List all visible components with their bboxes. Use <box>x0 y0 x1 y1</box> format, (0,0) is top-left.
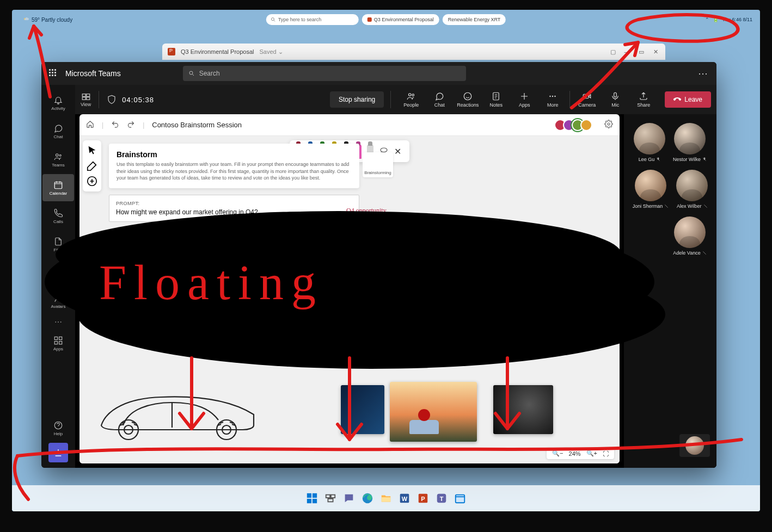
leave-button[interactable]: Leave <box>665 91 711 108</box>
photo-1[interactable] <box>341 385 384 434</box>
os-system-tray[interactable]: ⌃🔋 Thu 6:46 8/11 <box>705 17 752 22</box>
ppt-minimize-icon[interactable]: — <box>623 47 632 56</box>
svg-point-7 <box>54 266 62 274</box>
edge-icon[interactable] <box>360 491 375 505</box>
svg-point-23 <box>552 96 553 97</box>
svg-rect-9 <box>54 337 57 339</box>
os-search-pill-1[interactable]: Q3 Environmental Proposal <box>362 14 439 25</box>
powerpoint-taskbar-icon[interactable]: P <box>416 491 430 505</box>
photo-3[interactable] <box>493 385 553 434</box>
explorer-icon[interactable] <box>379 491 393 505</box>
camera-button[interactable]: Camera <box>573 87 601 112</box>
shield-icon[interactable] <box>107 95 117 104</box>
svg-rect-17 <box>86 97 89 100</box>
people-button[interactable]: People <box>397 87 425 112</box>
meeting-chat-button[interactable]: Chat <box>426 87 453 112</box>
undo-icon[interactable] <box>111 120 119 130</box>
weather-text: 59° Partly cloudy <box>32 17 72 23</box>
windows-taskbar[interactable]: W P T <box>12 485 760 511</box>
participant-tile[interactable]: Lee Gu <box>634 123 665 162</box>
reactions-button[interactable]: Reactions <box>454 87 481 112</box>
powerpoint-icon <box>168 48 175 55</box>
sticky-note[interactable]: Improve our supply chain to lower delive… <box>236 230 274 256</box>
annotation-text: Floating <box>99 255 323 311</box>
pen-tool-icon[interactable] <box>86 160 98 172</box>
svg-rect-49 <box>456 495 465 503</box>
ppt-save-state[interactable]: Saved ⌄ <box>260 48 283 55</box>
teams-app-title: Microsoft Teams <box>65 69 121 78</box>
whiteboard-title[interactable]: Contoso Brainstorm Session <box>152 121 242 129</box>
svg-point-29 <box>381 148 387 152</box>
word-icon[interactable]: W <box>397 491 412 505</box>
teams-search[interactable]: Search <box>183 66 466 81</box>
rail-help[interactable]: Help <box>42 415 74 442</box>
brainstorm-desc: Use this template to easily brainstorm w… <box>117 161 352 182</box>
rail-files[interactable]: Files <box>42 231 74 258</box>
notes-button[interactable]: Notes <box>482 87 510 112</box>
calendar-taskbar-icon[interactable] <box>453 491 467 505</box>
brainstorm-card[interactable]: Brainstorm Use this template to easily b… <box>109 144 359 188</box>
taskbar-chat-icon[interactable] <box>342 491 356 505</box>
photo-2[interactable] <box>390 382 477 442</box>
participant-tile[interactable]: Alex Wilber <box>676 170 708 209</box>
rail-apps[interactable]: Apps <box>42 330 74 357</box>
powerpoint-titlebar[interactable]: Q3 Environmental Proposal Saved ⌄ ▢ — ▭ … <box>162 44 665 60</box>
ppt-close-icon[interactable]: ✕ <box>651 47 660 56</box>
meeting-more-button[interactable]: More <box>539 87 566 112</box>
os-top-bar: 59° Partly cloudy Type here to search Q3… <box>12 13 760 26</box>
svg-rect-42 <box>382 497 391 502</box>
svg-rect-34 <box>307 493 311 498</box>
rail-download[interactable] <box>48 443 68 462</box>
self-video-tile[interactable] <box>679 434 710 457</box>
prompt-label: PROMPT: <box>116 201 352 206</box>
svg-point-18 <box>409 94 412 96</box>
cursor-tool-icon[interactable] <box>86 145 98 157</box>
redo-icon[interactable] <box>127 120 135 130</box>
weather-widget[interactable]: 59° Partly cloudy <box>23 16 72 23</box>
home-icon[interactable] <box>86 120 94 130</box>
rail-chat[interactable]: Chat <box>42 117 74 145</box>
sticky-note[interactable]: Analytics & BI <box>151 230 189 256</box>
rail-avatars[interactable]: Avatars <box>42 287 74 314</box>
os-search[interactable]: Type here to search <box>266 14 359 25</box>
task-view-icon[interactable] <box>323 491 338 505</box>
rail-calls[interactable]: Calls <box>42 202 74 230</box>
rail-calendar[interactable]: Calendar <box>42 174 74 201</box>
stop-sharing-button[interactable]: Stop sharing <box>330 91 384 108</box>
svg-point-27 <box>608 123 610 125</box>
start-icon[interactable] <box>305 491 319 505</box>
app-launcher-icon[interactable] <box>49 69 58 78</box>
teams-more-icon[interactable]: ⋯ <box>698 67 709 79</box>
svg-rect-37 <box>313 499 317 503</box>
gear-icon[interactable] <box>604 120 613 130</box>
teams-taskbar-icon[interactable]: T <box>434 491 449 505</box>
fit-screen-icon[interactable]: ⛶ <box>603 450 609 457</box>
sticky-note[interactable]: Improve our current delivery targets <box>194 230 232 256</box>
prompt-card[interactable]: PROMPT: How might we expand our market o… <box>109 195 359 222</box>
participant-tile[interactable]: Adele Vance <box>673 216 706 256</box>
zoom-out-icon[interactable]: 🔍− <box>552 450 563 457</box>
sticky-note[interactable]: Research new trends <box>109 230 147 256</box>
brainstorming-tab[interactable]: Brainstorming <box>363 152 393 177</box>
zoom-in-icon[interactable]: 🔍+ <box>586 450 597 457</box>
svg-point-22 <box>550 96 551 97</box>
share-button[interactable]: Share <box>630 87 657 112</box>
participant-tile[interactable]: Joni Sherman <box>633 170 669 209</box>
rail-activity[interactable]: Activity <box>42 89 74 116</box>
apps-button[interactable]: Apps <box>511 87 538 112</box>
participant-tile[interactable]: Nestor Wilke <box>673 123 707 162</box>
mic-button[interactable]: Mic <box>602 87 629 112</box>
add-tool-icon[interactable] <box>86 175 98 187</box>
participant-avatars[interactable] <box>557 119 592 131</box>
teams-titlebar: Microsoft Teams Search ⋯ <box>41 62 716 85</box>
close-tray-icon[interactable]: ✕ <box>394 146 404 156</box>
os-search-pill-2[interactable]: Renewable Energy XRT <box>443 14 506 25</box>
svg-point-6 <box>57 268 60 271</box>
view-button[interactable]: View <box>81 92 91 107</box>
meeting-control-bar: View 04:05:38 Stop sharing People Chat <box>75 85 716 114</box>
svg-text:P: P <box>421 496 425 502</box>
rail-teams[interactable]: Teams <box>42 146 74 173</box>
ppt-present-icon[interactable]: ▢ <box>609 47 617 56</box>
rail-viva[interactable]: Viva Conn... <box>42 259 74 286</box>
ppt-maximize-icon[interactable]: ▭ <box>637 47 646 56</box>
